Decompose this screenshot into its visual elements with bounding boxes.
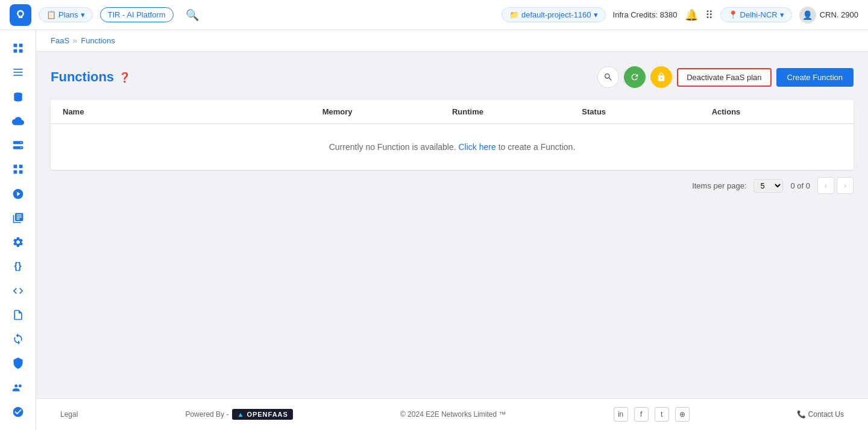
search-button[interactable]	[597, 66, 619, 88]
pagination-prev[interactable]: ‹	[817, 177, 834, 194]
content-area: Functions ❓ Deactivate FaaS plan Create …	[36, 52, 868, 398]
breadcrumb: FaaS » Functions	[36, 30, 868, 52]
deactivate-button[interactable]: Deactivate FaaS plan	[677, 68, 771, 87]
refresh-button[interactable]	[624, 66, 646, 88]
project-selector[interactable]: 📁 default-project-1160 ▾	[502, 7, 606, 22]
items-per-page-select[interactable]: 5 10 25 50	[753, 179, 783, 193]
page-count: 0 of 0	[790, 181, 810, 190]
plans-icon: 📋	[46, 10, 56, 19]
col-runtime: Runtime	[452, 107, 582, 116]
sidebar-item-cloud[interactable]	[6, 110, 30, 132]
sidebar-item-security[interactable]	[6, 352, 30, 374]
sidebar-item-deploy[interactable]	[6, 183, 30, 205]
col-memory: Memory	[322, 107, 452, 116]
functions-table: Name Memory Runtime Status Actions Curre…	[51, 100, 854, 170]
header: 📋 Plans ▾ TIR - AI Platform 🔍 📁 default-…	[0, 0, 868, 30]
page-header: Functions ❓ Deactivate FaaS plan Create …	[51, 66, 854, 88]
location-icon: 📍	[728, 10, 738, 19]
svg-rect-5	[13, 72, 22, 73]
sidebar-item-database[interactable]	[6, 86, 30, 108]
breadcrumb-current[interactable]: Functions	[81, 36, 115, 45]
openfaas-logo[interactable]: ▲ OPENFAAS	[232, 409, 292, 420]
svg-rect-9	[13, 146, 23, 149]
create-function-button[interactable]: Create Function	[776, 68, 854, 87]
footer-legal[interactable]: Legal	[60, 410, 78, 419]
region-chevron: ▾	[780, 10, 784, 19]
platform-button[interactable]: TIR - AI Platform	[100, 7, 174, 22]
facebook-icon[interactable]: f	[634, 407, 649, 422]
footer: Legal Powered By - ▲ OPENFAAS © 2024 E2E…	[36, 398, 868, 430]
sidebar-item-settings[interactable]	[6, 231, 30, 253]
breadcrumb-separator: »	[73, 36, 77, 45]
pagination: Items per page: 5 10 25 50 0 of 0 ‹ ›	[51, 170, 854, 201]
svg-rect-0	[13, 44, 17, 48]
table-header: Name Memory Runtime Status Actions	[51, 100, 854, 124]
plans-button[interactable]: 📋 Plans ▾	[39, 7, 93, 22]
page-title: Functions	[51, 69, 114, 85]
col-name: Name	[63, 107, 322, 116]
col-status: Status	[582, 107, 711, 116]
region-selector[interactable]: 📍 Delhi-NCR ▾	[720, 7, 792, 22]
infra-credits: Infra Credits: 8380	[613, 10, 678, 19]
breadcrumb-parent[interactable]: FaaS	[51, 36, 69, 45]
pagination-nav: ‹ ›	[817, 177, 854, 194]
sidebar-item-grid[interactable]	[6, 158, 30, 180]
sidebar-item-server[interactable]	[6, 134, 30, 156]
footer-contact[interactable]: 📞 Contact Us	[797, 410, 844, 419]
help-icon[interactable]: ❓	[119, 72, 131, 83]
svg-rect-3	[19, 49, 22, 53]
svg-rect-6	[13, 75, 22, 76]
user-menu[interactable]: 👤 CRN. 2900	[799, 7, 858, 23]
footer-copyright: © 2024 E2E Networks Limited ™	[400, 410, 506, 419]
sidebar: {}	[0, 30, 36, 430]
twitter-icon[interactable]: t	[655, 407, 669, 422]
notification-bell-icon[interactable]: 🔔	[685, 8, 698, 22]
logo[interactable]	[10, 4, 31, 26]
sidebar-item-user[interactable]	[6, 377, 30, 399]
footer-powered: Powered By - ▲ OPENFAAS	[185, 409, 293, 420]
plans-chevron: ▾	[81, 10, 85, 19]
apps-grid-icon[interactable]: ⠿	[705, 8, 713, 22]
avatar: 👤	[799, 7, 816, 23]
lock-button[interactable]	[650, 66, 672, 88]
sidebar-item-dashboard[interactable]	[6, 37, 30, 59]
sidebar-item-sync[interactable]	[6, 328, 30, 350]
sidebar-item-docs[interactable]	[6, 304, 30, 326]
svg-rect-4	[13, 69, 22, 70]
phone-icon: 📞	[797, 410, 806, 419]
sidebar-item-list[interactable]	[6, 61, 30, 83]
page-title-group: Functions ❓	[51, 69, 131, 85]
folder-icon: 📁	[509, 10, 519, 19]
main-content: FaaS » Functions Functions ❓ Deactivate …	[36, 30, 868, 430]
sidebar-item-code[interactable]: {}	[6, 255, 30, 277]
search-icon[interactable]: 🔍	[186, 8, 199, 22]
svg-rect-2	[13, 49, 17, 53]
svg-rect-8	[13, 141, 23, 144]
table-empty-message: Currently no Function is available. Clic…	[51, 124, 854, 170]
rss-icon[interactable]: ⊕	[675, 407, 690, 422]
pagination-next[interactable]: ›	[837, 177, 854, 194]
username: CRN. 2900	[820, 10, 858, 19]
svg-point-11	[20, 147, 22, 148]
svg-point-10	[20, 142, 22, 143]
page-actions: Deactivate FaaS plan Create Function	[597, 66, 854, 88]
click-here-link[interactable]: Click here	[459, 142, 496, 152]
svg-rect-1	[19, 44, 22, 48]
items-per-page-label: Items per page:	[692, 181, 746, 190]
sidebar-item-batch[interactable]	[6, 207, 30, 229]
linkedin-icon[interactable]: in	[614, 407, 628, 422]
footer-social: in f t ⊕	[614, 407, 690, 422]
sidebar-item-shield[interactable]	[6, 401, 30, 423]
project-chevron: ▾	[594, 10, 598, 19]
sidebar-item-dev[interactable]	[6, 280, 30, 302]
col-actions: Actions	[712, 107, 841, 116]
